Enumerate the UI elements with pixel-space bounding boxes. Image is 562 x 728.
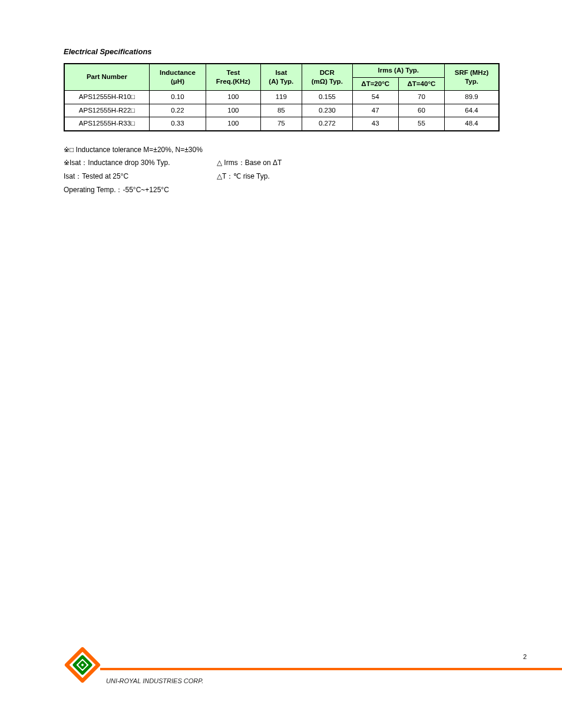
section-title: Electrical Specifications — [64, 47, 527, 56]
note-line-2-right: △ Irms：Base on ΔT — [217, 156, 527, 170]
th-inductance-unit: (μH) — [171, 78, 184, 85]
table-cell: 89.9 — [445, 91, 499, 104]
spec-table: Part Number Inductance (μH) Test Freq.(K… — [64, 63, 500, 131]
note-line-4: Operating Temp.：-55°C~+125°C — [64, 183, 527, 197]
notes-block: ※□ Inductance tolerance M=±20%, N=±30% ※… — [64, 143, 527, 197]
table-cell: 0.33 — [149, 117, 206, 131]
th-srf-label: SRF (MHz) — [455, 69, 489, 76]
th-irms: Irms (A) Typ. — [352, 64, 444, 77]
table-cell: 0.272 — [302, 117, 352, 131]
table-row: APS12555H-R33□0.33100750.272435548.4 — [64, 117, 499, 131]
th-part-number-label: Part Number — [87, 73, 127, 80]
table-cell: 70 — [398, 91, 444, 104]
th-isat: Isat (A) Typ. — [260, 64, 302, 91]
th-dcr-label: DCR — [320, 69, 335, 76]
note-line-1: ※□ Inductance tolerance M=±20%, N=±30% — [64, 143, 527, 157]
table-cell: 55 — [398, 117, 444, 131]
table-cell: 54 — [352, 91, 398, 104]
table-cell: 0.155 — [302, 91, 352, 104]
table-cell: APS12555H-R33□ — [64, 117, 149, 131]
th-isat-unit: (A) Typ. — [269, 78, 293, 85]
th-inductance-label: Inductance — [160, 69, 196, 76]
note-line-3-left: Isat：Tested at 25°C — [64, 170, 217, 183]
footer-divider — [100, 668, 562, 670]
table-cell: 0.10 — [149, 91, 206, 104]
th-test-freq: Test Freq.(KHz) — [206, 64, 261, 91]
th-dt20: ΔT=20°C — [352, 77, 398, 91]
table-cell: 64.4 — [445, 104, 499, 117]
th-dcr: DCR (mΩ) Typ. — [302, 64, 352, 91]
table-cell: APS12555H-R22□ — [64, 104, 149, 117]
th-irms-label: Irms (A) Typ. — [378, 67, 419, 74]
th-srf-sub: Typ. — [465, 78, 478, 85]
table-row: APS12555H-R10□0.101001190.155547089.9 — [64, 91, 499, 104]
note-line-2-left: ※Isat：Inductance drop 30% Typ. — [64, 156, 217, 170]
th-isat-label: Isat — [275, 69, 287, 76]
table-cell: 48.4 — [445, 117, 499, 131]
th-dt40: ΔT=40°C — [398, 77, 444, 91]
table-cell: 0.230 — [302, 104, 352, 117]
note-line-3-right: △T：℃ rise Typ. — [217, 170, 527, 183]
footer-company: UNI-ROYAL INDUSTRIES CORP. — [106, 677, 203, 684]
table-cell: 47 — [352, 104, 398, 117]
th-dcr-unit: (mΩ) Typ. — [312, 78, 343, 85]
table-cell: 60 — [398, 104, 444, 117]
th-inductance: Inductance (μH) — [149, 64, 206, 91]
table-row: APS12555H-R22□0.22100850.230476064.4 — [64, 104, 499, 117]
table-cell: 0.22 — [149, 104, 206, 117]
table-cell: 75 — [260, 117, 302, 131]
table-cell: 119 — [260, 91, 302, 104]
th-srf: SRF (MHz) Typ. — [445, 64, 499, 91]
table-cell: 43 — [352, 117, 398, 131]
table-cell: 100 — [206, 91, 261, 104]
table-cell: 85 — [260, 104, 302, 117]
page-number: 2 — [523, 653, 527, 660]
table-cell: 100 — [206, 117, 261, 131]
table-cell: APS12555H-R10□ — [64, 91, 149, 104]
th-part-number: Part Number — [64, 64, 149, 91]
table-cell: 100 — [206, 104, 261, 117]
company-logo-icon — [64, 646, 101, 684]
th-test-freq-label: Test — [226, 69, 240, 76]
th-test-freq-sub: Freq.(KHz) — [216, 78, 250, 85]
